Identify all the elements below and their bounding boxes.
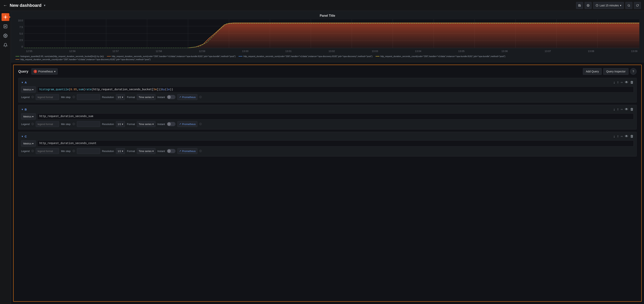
query-row-b: ▼ B ↓ ↑ ⎓ 👁 🗑 Metrics ▾ (18, 105, 636, 130)
query-a-prometheus-info[interactable]: ⓘ (199, 96, 202, 99)
query-c-prometheus-info[interactable]: ⓘ (199, 150, 202, 153)
query-b-metric-chevron: ▾ (32, 115, 34, 118)
query-b-editor-line: Metrics ▾ http_request_duration_seconds_… (21, 113, 634, 120)
query-a-format-select[interactable]: Time series ▾ (137, 94, 156, 100)
query-b-instant-toggle[interactable] (167, 122, 176, 126)
query-b-prometheus-label: Prometheus (182, 123, 196, 126)
query-a-minstep-info[interactable]: ⓘ (72, 96, 75, 99)
query-c-metric-select[interactable]: Metrics ▾ (21, 140, 36, 146)
dashboard-title-chevron[interactable]: ▾ (44, 4, 46, 7)
query-b-minstep-input[interactable] (77, 121, 100, 127)
query-row-c-label[interactable]: ▼ C (21, 135, 27, 138)
query-a-resolution-label: Resolution (102, 96, 114, 98)
expr-a-func1: histogram_quantile (40, 88, 69, 91)
legend-color-2 (238, 56, 242, 56)
query-b-resolution-select[interactable]: 1/1 ▾ (116, 121, 125, 127)
query-b-format-value: Time series (138, 123, 152, 126)
dashboard-settings-button[interactable] (584, 2, 592, 9)
query-c-id: C (25, 135, 27, 138)
query-a-minstep-input[interactable] (77, 94, 100, 100)
query-a-metric-select[interactable]: Metrics ▾ (21, 86, 36, 92)
query-b-move-down[interactable]: ↓ (613, 107, 615, 112)
query-c-prometheus-link-icon: ↗ (179, 150, 181, 152)
chart-drawing-area[interactable] (24, 19, 639, 48)
sidebar-item-chart[interactable] (2, 22, 9, 30)
query-a-legend-input[interactable] (36, 94, 59, 100)
svg-point-0 (588, 5, 588, 6)
query-c-resolution-value: 1/1 (118, 150, 121, 152)
query-a-toggle-visibility[interactable]: 👁 (625, 80, 628, 84)
query-c-prometheus-label: Prometheus (182, 150, 196, 152)
help-button[interactable]: ? (630, 68, 636, 75)
query-a-prometheus-link[interactable]: ↗ Prometheus (178, 94, 198, 100)
query-b-metric-select[interactable]: Metrics ▾ (21, 113, 36, 120)
time-range-button[interactable]: Last 15 minutes ▾ (593, 2, 624, 9)
query-c-delete[interactable]: 🗑 (630, 134, 634, 138)
datasource-chevron: ▾ (54, 70, 56, 73)
query-a-move-down[interactable]: ↓ (613, 80, 615, 84)
query-b-prometheus-link[interactable]: ↗ Prometheus (178, 121, 198, 127)
query-c-duplicate[interactable]: ⎓ (621, 134, 623, 138)
query-b-legend-info[interactable]: ⓘ (32, 122, 34, 126)
query-b-move-up[interactable]: ↑ (617, 107, 619, 112)
save-dashboard-button[interactable] (576, 2, 583, 9)
query-b-prometheus-info[interactable]: ⓘ (199, 122, 202, 126)
datasource-select[interactable]: ! Prometheus ▾ (32, 68, 58, 74)
query-row-c: ▼ C ↓ ↑ ⎓ 👁 🗑 Metrics ▾ (18, 132, 636, 156)
query-a-legend-info[interactable]: ⓘ (32, 96, 34, 99)
query-c-minstep-info[interactable]: ⓘ (72, 150, 75, 153)
query-a-metric-label: Metrics (23, 88, 32, 91)
refresh-button[interactable] (634, 2, 641, 9)
query-c-format-select[interactable]: Time series ▾ (137, 148, 156, 154)
query-a-move-up[interactable]: ↑ (617, 80, 619, 84)
query-c-prometheus-link[interactable]: ↗ Prometheus (178, 148, 198, 154)
y-label-1: 7.5 (20, 26, 23, 28)
query-row-a-label[interactable]: ▼ A (21, 81, 27, 84)
query-a-duplicate[interactable]: ⎓ (621, 80, 623, 84)
back-button[interactable]: ← (3, 3, 8, 8)
query-c-move-down[interactable]: ↓ (613, 134, 615, 138)
query-c-chevron: ▼ (21, 135, 24, 138)
query-c-metric-label: Metrics (23, 142, 32, 145)
sidebar-item-settings[interactable] (2, 32, 9, 40)
query-b-expression[interactable]: http_request_duration_seconds_sum (37, 113, 634, 120)
legend-item-2: http_request_duration_seconds_sum{code="… (238, 55, 372, 58)
query-inspector-button[interactable]: Query Inspector (603, 68, 628, 75)
query-c-resolution-select[interactable]: 1/1 ▾ (116, 148, 125, 154)
query-b-format-label: Format (127, 123, 135, 126)
query-b-instant-label: Instant (158, 123, 165, 126)
query-b-minstep-info[interactable]: ⓘ (72, 122, 75, 126)
query-b-format-select[interactable]: Time series ▾ (137, 121, 156, 127)
query-row-b-label[interactable]: ▼ B (21, 108, 27, 111)
query-c-minstep-input[interactable] (77, 148, 100, 154)
query-row-a-header: ▼ A ↓ ↑ ⎓ 👁 🗑 (21, 80, 634, 84)
query-b-duplicate[interactable]: ⎓ (621, 107, 623, 112)
query-b-toggle-visibility[interactable]: 👁 (625, 107, 628, 112)
chart-legend: histogram_quantile(0.95, sum(rate(http_r… (16, 55, 639, 60)
nav-right: Last 15 minutes ▾ (576, 2, 641, 9)
query-b-minstep-label: Min step (61, 123, 70, 126)
query-b-delete[interactable]: 🗑 (630, 107, 634, 112)
sidebar-item-grafana[interactable] (2, 13, 9, 21)
query-c-expression[interactable]: http_request_duration_seconds_count (37, 140, 634, 146)
query-a-instant-knob (167, 95, 171, 99)
query-c-instant-toggle[interactable] (167, 149, 176, 153)
query-row-a: ▼ A ↓ ↑ ⎓ 👁 🗑 Metrics ▾ (18, 78, 636, 102)
query-row-b-header: ▼ B ↓ ↑ ⎓ 👁 🗑 (21, 107, 634, 112)
query-panel-header: Query ! Prometheus ▾ Add Query Query Ins… (18, 68, 636, 75)
query-b-legend-input[interactable] (36, 121, 59, 127)
query-a-instant-toggle[interactable] (167, 95, 176, 99)
query-a-resolution-select[interactable]: 1/1 ▾ (116, 94, 125, 100)
query-c-toggle-visibility[interactable]: 👁 (625, 134, 628, 138)
query-c-expr-text: http_request_duration_seconds_count (40, 142, 96, 145)
query-c-legend-input[interactable] (36, 148, 59, 154)
sidebar-item-alerts[interactable] (2, 41, 9, 49)
query-a-expression[interactable]: histogram_quantile(0.95, sum(rate(http_r… (37, 86, 634, 92)
query-a-delete[interactable]: 🗑 (630, 80, 634, 84)
add-query-button[interactable]: Add Query (583, 68, 602, 75)
legend-text-1: http_request_duration_seconds_sum{code="… (112, 55, 236, 58)
query-a-legend-label: Legend (21, 96, 30, 98)
query-c-legend-info[interactable]: ⓘ (32, 150, 34, 153)
query-c-move-up[interactable]: ↑ (617, 134, 619, 138)
search-button[interactable] (625, 2, 632, 9)
